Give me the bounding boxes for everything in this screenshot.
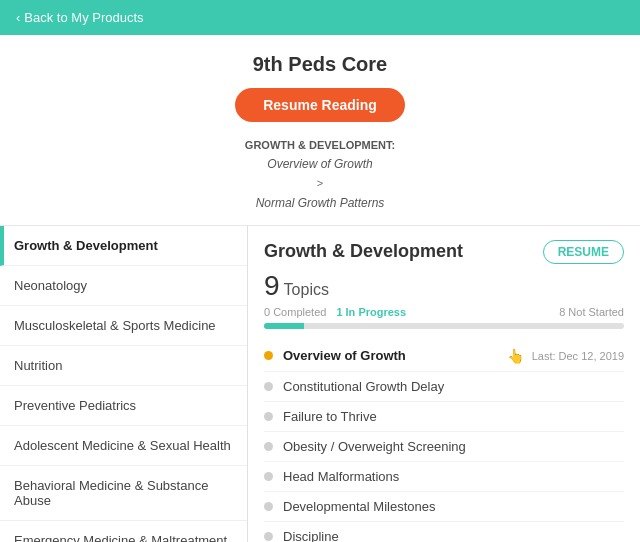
- notstarted-label: 8 Not Started: [559, 306, 624, 318]
- resume-reading-button[interactable]: Resume Reading: [235, 88, 405, 122]
- sidebar-item-label: Preventive Pediatrics: [14, 398, 136, 413]
- topic-item-discipline[interactable]: Discipline: [264, 522, 624, 542]
- topic-dot-notstarted: [264, 472, 273, 481]
- topic-dot-notstarted: [264, 412, 273, 421]
- topic-name: Developmental Milestones: [283, 499, 624, 514]
- top-nav: ‹ Back to My Products: [0, 0, 640, 35]
- product-title: 9th Peds Core: [10, 53, 630, 76]
- sidebar-item-label: Behavioral Medicine & Substance Abuse: [14, 478, 208, 508]
- sidebar: Growth & Development Neonatology Musculo…: [0, 226, 248, 542]
- sidebar-item-behavioral[interactable]: Behavioral Medicine & Substance Abuse: [0, 466, 247, 521]
- progress-inprogress: [264, 323, 304, 329]
- topics-count: 9: [264, 270, 280, 302]
- topic-name: Obesity / Overweight Screening: [283, 439, 624, 454]
- topic-name: Constitutional Growth Delay: [283, 379, 624, 394]
- main-content: Growth & Development Neonatology Musculo…: [0, 226, 640, 542]
- panel-title: Growth & Development: [264, 241, 463, 262]
- topic-dot-notstarted: [264, 442, 273, 451]
- sidebar-item-nutrition[interactable]: Nutrition: [0, 346, 247, 386]
- topics-label: Topics: [284, 281, 329, 299]
- topic-item-constitutional[interactable]: Constitutional Growth Delay: [264, 372, 624, 402]
- sidebar-item-musculoskeletal[interactable]: Musculoskeletal & Sports Medicine: [0, 306, 247, 346]
- sidebar-item-emergency[interactable]: Emergency Medicine & Maltreatment Syndro…: [0, 521, 247, 542]
- reading-arrow: >: [317, 177, 323, 189]
- right-panel: Growth & Development RESUME 9 Topics 0 C…: [248, 226, 640, 542]
- reading-normal: Normal Growth Patterns: [256, 196, 385, 210]
- sidebar-item-label: Nutrition: [14, 358, 62, 373]
- sidebar-item-label: Emergency Medicine & Maltreatment Syndro…: [14, 533, 227, 542]
- topic-name: Failure to Thrive: [283, 409, 624, 424]
- reading-bold: GROWTH & DEVELOPMENT:: [245, 139, 395, 151]
- panel-header: Growth & Development RESUME: [264, 240, 624, 264]
- sidebar-item-neonatology[interactable]: Neonatology: [0, 266, 247, 306]
- completed-label: 0 Completed: [264, 306, 326, 318]
- sidebar-item-preventive[interactable]: Preventive Pediatrics: [0, 386, 247, 426]
- inprogress-label: 1 In Progress: [336, 306, 406, 318]
- topics-row: 9 Topics: [264, 270, 624, 302]
- topic-name: Head Malformations: [283, 469, 624, 484]
- sidebar-item-label: Neonatology: [14, 278, 87, 293]
- back-label: Back to My Products: [24, 10, 143, 25]
- progress-bar: [264, 323, 624, 329]
- topic-date: Last: Dec 12, 2019: [532, 350, 624, 362]
- topic-item-obesity[interactable]: Obesity / Overweight Screening: [264, 432, 624, 462]
- sidebar-item-growth[interactable]: Growth & Development: [0, 226, 247, 266]
- sidebar-item-label: Musculoskeletal & Sports Medicine: [14, 318, 216, 333]
- topic-item-developmental[interactable]: Developmental Milestones: [264, 492, 624, 522]
- back-chevron-icon: ‹: [16, 10, 20, 25]
- topic-dot-notstarted: [264, 532, 273, 541]
- progress-labels: 0 Completed 1 In Progress 8 Not Started: [264, 306, 624, 318]
- topic-dot-notstarted: [264, 382, 273, 391]
- resume-small-button[interactable]: RESUME: [543, 240, 624, 264]
- reading-info: GROWTH & DEVELOPMENT: Overview of Growth…: [10, 136, 630, 213]
- topic-item-failure[interactable]: Failure to Thrive: [264, 402, 624, 432]
- topic-item-overview[interactable]: Overview of Growth 👆 Last: Dec 12, 2019: [264, 341, 624, 372]
- header-section: 9th Peds Core Resume Reading GROWTH & DE…: [0, 35, 640, 226]
- topic-dot-inprogress: [264, 351, 273, 360]
- topic-dot-notstarted: [264, 502, 273, 511]
- cursor-icon: 👆: [507, 348, 524, 364]
- sidebar-item-label: Adolescent Medicine & Sexual Health: [14, 438, 231, 453]
- topic-name: Discipline: [283, 529, 624, 542]
- topic-name: Overview of Growth: [283, 348, 503, 363]
- reading-italic: Overview of Growth: [267, 157, 372, 171]
- back-to-products-link[interactable]: ‹ Back to My Products: [16, 10, 144, 25]
- sidebar-item-label: Growth & Development: [14, 238, 158, 253]
- topic-item-head[interactable]: Head Malformations: [264, 462, 624, 492]
- sidebar-item-adolescent[interactable]: Adolescent Medicine & Sexual Health: [0, 426, 247, 466]
